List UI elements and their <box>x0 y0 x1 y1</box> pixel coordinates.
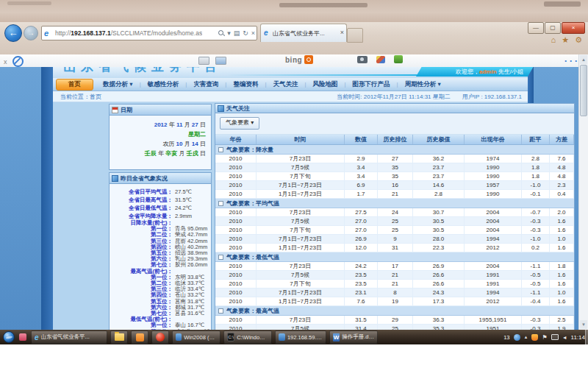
taskbar-item-remote[interactable]: 192.168.59.99... <box>275 330 326 344</box>
browser-tab[interactable]: e 山东省气候业务平... × <box>260 24 347 42</box>
nav-item-7[interactable]: 风险地图 <box>306 80 345 89</box>
table-row[interactable]: 20101月1日~7月23日7.61917.32012-0.41.6 <box>215 297 574 306</box>
section-rows: 20107月23日24.21726.92004-1.11.820107月5候23… <box>215 262 574 306</box>
nav-item-5[interactable]: 整编资料 <box>226 80 265 89</box>
main-panel-title: 天气关注 <box>226 105 250 113</box>
taskbar-explorer-item[interactable] <box>110 330 128 344</box>
palette-icon[interactable] <box>376 56 385 63</box>
table-row[interactable]: 20107月23日2.92736.219742.87.6 <box>215 155 574 163</box>
element-filter-button[interactable]: 气象要素 ▾ <box>220 117 259 130</box>
security-shield-icon[interactable] <box>531 334 538 341</box>
table-row[interactable]: 20107月23日24.21726.92004-1.11.8 <box>215 262 574 271</box>
show-desktop-button[interactable] <box>585 330 588 344</box>
table-cell: -0.5 <box>522 271 550 279</box>
table-row[interactable]: 20107月5候31.42535.31951-0.31.9 <box>215 325 574 330</box>
nav-item-8[interactable]: 图形下行产品 <box>346 80 397 89</box>
nav-item-6[interactable]: 天气关注 <box>266 80 304 89</box>
table-row[interactable]: 20107月5候23.52126.61991-0.51.6 <box>215 271 574 280</box>
taskbar-clock[interactable]: 11:14 <box>571 334 585 341</box>
bing-toolbar[interactable]: bing <box>285 55 313 64</box>
more-dots-icon[interactable]: • • • <box>564 57 578 64</box>
start-button[interactable] <box>3 331 15 343</box>
group-checkbox[interactable] <box>218 308 223 314</box>
tab-close-icon[interactable]: × <box>340 29 344 36</box>
column-header: 历史排位 <box>378 135 413 144</box>
search-icon[interactable] <box>218 30 224 36</box>
table-cell: 7.6 <box>345 297 378 305</box>
table-cell: 1.8 <box>522 172 550 180</box>
table-row[interactable]: 20101月1日~7月23日12.03122.320120.21.6 <box>215 244 574 252</box>
table-cell: 35 <box>378 163 413 171</box>
taskbar-media-item[interactable] <box>151 330 169 344</box>
action-center-flag-icon[interactable]: ⚑ <box>542 334 547 341</box>
forward-button[interactable]: → <box>24 26 38 40</box>
volume-icon[interactable]: ◄ <box>562 335 567 340</box>
maximize-button[interactable]: ▢ <box>545 22 561 34</box>
table-row[interactable]: 20107月1日~7月23日23.1824.31994-1.11.0 <box>215 289 574 297</box>
nav-item-9[interactable]: 周期性分析 ▾ <box>398 80 448 89</box>
group-checkbox[interactable] <box>218 147 223 152</box>
close-button[interactable]: × <box>562 22 585 34</box>
table-cell: 27 <box>378 155 413 163</box>
table-row[interactable]: 20107月1日~7月23日26.9928.01994-1.01.0 <box>215 235 574 244</box>
scroll-down-icon[interactable]: ▼ <box>580 320 587 329</box>
table-group-row[interactable]: 气象要素：最低气温 <box>215 252 574 262</box>
nav-item-2[interactable]: 数据分析 ▾ <box>96 80 140 89</box>
address-bar[interactable]: e http://192.168.137.1/SLCCLIMATE/module… <box>41 26 257 40</box>
table-cell: 31.4 <box>345 325 378 330</box>
nav-item-1[interactable]: 首页 <box>56 79 93 91</box>
card-icon[interactable] <box>198 57 209 65</box>
scrollbar-thumb[interactable] <box>580 65 587 116</box>
star-icon[interactable]: ★ <box>562 35 569 45</box>
table-cell: 2.3 <box>550 181 574 189</box>
taskbar-item-word[interactable]: W 操作手册.docx - <box>329 330 378 344</box>
table-row[interactable]: 20107月5候3.43523.719901.84.8 <box>215 163 574 172</box>
taskbar-ie-item[interactable]: e 山东省气候业务平... <box>31 330 107 344</box>
vertical-scrollbar[interactable]: ▲ ▼ <box>578 54 588 330</box>
refresh-icon[interactable]: ↻ <box>243 26 248 40</box>
table-cell: 22.3 <box>413 244 465 252</box>
table-cell: 9 <box>378 235 413 243</box>
ime-badge[interactable]: 13 <box>503 334 509 341</box>
taskbar-item-cmd[interactable]: C:\ C:\Windows\s... <box>223 330 272 344</box>
table-row[interactable]: 20107月23日27.52430.72004-0.72.0 <box>215 208 574 217</box>
nav-item-3[interactable]: 敏感性分析 <box>141 80 186 89</box>
back-button[interactable]: ← <box>4 24 22 42</box>
table-row[interactable]: 20107月下旬3.43523.719901.84.8 <box>215 172 574 181</box>
stop-icon[interactable]: × <box>251 26 255 40</box>
compatibility-view-icon[interactable]: ▤ <box>234 26 240 40</box>
table-row[interactable]: 20107月下旬23.52126.61991-0.51.6 <box>215 280 574 289</box>
new-tab-button[interactable] <box>347 28 363 43</box>
table-row[interactable]: 20101月1日~7月23日1.7212.81990-0.10.4 <box>215 190 574 199</box>
nav-item-4[interactable]: 灾害查询 <box>187 80 225 89</box>
group-checkbox[interactable] <box>218 255 223 260</box>
group-checkbox[interactable] <box>218 201 223 206</box>
taskbar-app-orange[interactable] <box>131 330 148 344</box>
bing-search-icon[interactable] <box>304 55 313 64</box>
table-row[interactable]: 20107月1日~7月23日6.91614.61957-1.02.3 <box>215 181 574 190</box>
table-row[interactable]: 20107月下旬27.02530.52004-0.31.6 <box>215 226 574 235</box>
network-icon[interactable] <box>551 334 559 340</box>
table-row[interactable]: 20107月23日31.52936.31955,1951-0.32.5 <box>215 316 574 325</box>
tab-title: 山东省气候业务平... <box>273 29 334 38</box>
table-group-row[interactable]: 气象要素：平均气温 <box>215 199 574 208</box>
taskbar-item-vm[interactable]: Win2008 (VS2... <box>172 330 220 344</box>
plugin-icon[interactable] <box>394 55 403 63</box>
table-row[interactable]: 20107月5候27.02530.52004-0.31.6 <box>215 217 574 226</box>
scroll-up-icon[interactable]: ▲ <box>580 55 587 64</box>
home-icon[interactable]: ⌂ <box>551 35 556 45</box>
search-dropdown-icon[interactable]: ▾ <box>227 26 231 40</box>
mail-icon[interactable] <box>215 57 226 65</box>
pinned-app-icon[interactable] <box>19 333 26 341</box>
tray-expand-icon[interactable]: ▲ <box>524 335 528 339</box>
blocked-icon[interactable] <box>12 56 24 67</box>
gear-icon[interactable]: ⚙ <box>575 35 582 45</box>
camera-icon[interactable] <box>357 56 368 63</box>
table-group-row[interactable]: 气象要素：降水量 <box>215 145 574 155</box>
table-cell: 1957 <box>465 181 522 189</box>
toolbar-close-icon[interactable]: x <box>4 58 7 66</box>
ime-icon[interactable] <box>514 334 520 341</box>
window-controls: — ▢ × <box>527 22 585 32</box>
minimize-button[interactable]: — <box>528 22 544 34</box>
table-group-row[interactable]: 气象要素：最高气温 <box>215 306 574 316</box>
